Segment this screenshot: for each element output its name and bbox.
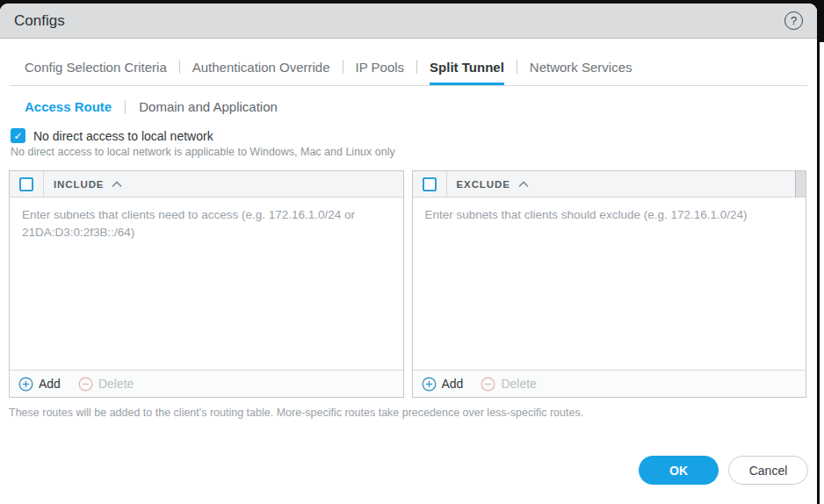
add-circle-plus-icon xyxy=(18,377,33,392)
subtab-bar: Access Route Domain and Application xyxy=(0,86,817,114)
checkmark-icon: ✓ xyxy=(13,130,22,142)
include-panel-toolbar: Add Delete xyxy=(10,370,403,397)
add-circle-plus-icon xyxy=(422,377,437,392)
help-icon[interactable]: ? xyxy=(784,11,803,30)
exclude-delete-button[interactable]: Delete xyxy=(481,377,536,392)
tab-authentication-override[interactable]: Authentication Override xyxy=(192,60,330,85)
tab-split-tunnel[interactable]: Split Tunnel xyxy=(430,60,504,85)
subtab-separator xyxy=(125,100,126,114)
exclude-panel-toolbar: Add Delete xyxy=(413,370,806,397)
ok-button[interactable]: OK xyxy=(639,456,719,485)
include-select-all-checkbox[interactable] xyxy=(19,177,33,191)
screen: Configs ? Config Selection Criteria Auth… xyxy=(0,0,824,504)
include-panel-header: INCLUDE xyxy=(10,171,403,198)
page-background-sliver xyxy=(820,42,824,504)
exclude-select-all-checkbox[interactable] xyxy=(423,177,437,191)
tab-separator xyxy=(343,60,343,74)
no-direct-access-option: ✓ No direct access to local network xyxy=(11,128,806,143)
include-empty-text: Enter subnets that clients need to acces… xyxy=(10,198,403,370)
no-direct-access-label[interactable]: No direct access to local network xyxy=(33,129,213,143)
tab-config-selection-criteria[interactable]: Config Selection Criteria xyxy=(25,60,167,85)
header-divider xyxy=(43,171,44,197)
dialog-title: Configs xyxy=(14,12,65,30)
exclude-panel: EXCLUDE Enter subnets that clients shoul… xyxy=(412,170,807,398)
exclude-column-sort[interactable]: EXCLUDE xyxy=(457,179,529,190)
sort-caret-up-icon xyxy=(112,181,122,188)
dialog-actions: OK Cancel xyxy=(639,456,808,485)
exclude-panel-header: EXCLUDE xyxy=(413,171,806,198)
tab-separator xyxy=(179,60,180,74)
subtab-domain-and-application[interactable]: Domain and Application xyxy=(139,99,278,114)
include-column-label: INCLUDE xyxy=(54,179,104,190)
routes-footnote: These routes will be added to the client… xyxy=(9,407,806,419)
tab-separator xyxy=(517,60,517,74)
include-add-button[interactable]: Add xyxy=(18,377,61,392)
exclude-add-button[interactable]: Add xyxy=(422,377,464,392)
include-delete-button[interactable]: Delete xyxy=(78,377,134,392)
dialog-titlebar: Configs ? xyxy=(0,4,817,39)
exclude-empty-text: Enter subnets that clients should exclud… xyxy=(413,198,806,370)
delete-circle-minus-icon xyxy=(78,377,93,392)
tab-ip-pools[interactable]: IP Pools xyxy=(356,60,405,85)
include-column-sort[interactable]: INCLUDE xyxy=(54,179,122,190)
no-direct-access-note: No direct access to local network is app… xyxy=(11,146,806,158)
tab-bar: Config Selection Criteria Authentication… xyxy=(10,39,807,86)
exclude-column-label: EXCLUDE xyxy=(457,179,510,190)
include-panel: INCLUDE Enter subnets that clients need … xyxy=(9,170,404,398)
header-divider xyxy=(446,171,447,197)
no-direct-access-checkbox[interactable]: ✓ xyxy=(11,128,25,143)
cancel-button[interactable]: Cancel xyxy=(728,456,808,485)
subtab-access-route[interactable]: Access Route xyxy=(25,99,112,114)
tab-separator xyxy=(416,60,417,74)
delete-circle-minus-icon xyxy=(481,377,495,392)
route-panels: INCLUDE Enter subnets that clients need … xyxy=(9,170,806,398)
scrollbar-spacer xyxy=(795,171,806,197)
tab-network-services[interactable]: Network Services xyxy=(530,60,632,85)
sort-caret-up-icon xyxy=(518,181,529,188)
configs-dialog: Configs ? Config Selection Criteria Auth… xyxy=(0,4,817,504)
